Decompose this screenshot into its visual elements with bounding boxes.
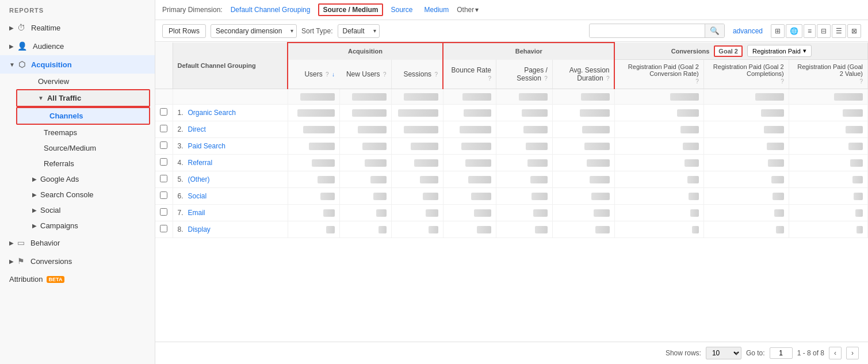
sort-type-select[interactable]: Default	[338, 24, 380, 38]
reg-rate-help-icon[interactable]: ?	[695, 78, 699, 85]
row-checkbox[interactable]	[160, 108, 167, 116]
advanced-link[interactable]: advanced	[733, 27, 763, 35]
users-help-icon[interactable]: ?	[326, 71, 329, 78]
sidebar-label-acquisition: Acquisition	[31, 60, 72, 69]
table-row: 7.Email	[155, 205, 868, 221]
sidebar-item-search-console[interactable]: ▶ Search Console	[12, 187, 155, 202]
pages-session-help-icon[interactable]: ?	[544, 75, 548, 82]
row-label-link[interactable]: (Other)	[188, 175, 210, 183]
blurred-value	[531, 193, 548, 200]
prev-page-button[interactable]: ‹	[829, 347, 842, 359]
view-icon-compare[interactable]: ⊟	[817, 24, 831, 38]
chevron-down-icon: ▾	[803, 47, 806, 55]
view-icon-custom[interactable]: ⊠	[847, 24, 861, 38]
sidebar-item-conversions[interactable]: ▶ ⚑ Conversions	[0, 252, 155, 270]
data-cell	[391, 171, 443, 188]
sidebar-item-google-ads[interactable]: ▶ Google Ads	[12, 171, 155, 187]
data-cell	[789, 205, 867, 221]
row-checkbox[interactable]	[160, 141, 167, 149]
show-rows-label: Show rows:	[666, 349, 701, 357]
sidebar-item-acquisition[interactable]: ▼ ⬡ Acquisition	[0, 55, 155, 74]
total-row	[155, 89, 868, 105]
sidebar-item-behavior[interactable]: ▶ ▭ Behavior	[0, 233, 155, 252]
blurred-value	[464, 109, 491, 117]
source-link[interactable]: Source	[388, 5, 416, 15]
row-checkbox-cell	[155, 121, 173, 138]
blurred-value	[846, 126, 863, 133]
sidebar-item-overview[interactable]: Overview	[12, 74, 155, 89]
row-number: 8.	[178, 225, 183, 233]
row-checkbox[interactable]	[160, 175, 167, 182]
medium-link[interactable]: Medium	[421, 5, 453, 15]
view-icon-pivot[interactable]: ☰	[832, 24, 846, 38]
sidebar-item-social[interactable]: ▶ Social	[12, 202, 155, 218]
blurred-value	[683, 143, 699, 150]
search-input[interactable]	[590, 25, 705, 37]
plot-rows-button[interactable]: Plot Rows	[162, 24, 206, 38]
data-cell	[703, 155, 789, 171]
row-checkbox[interactable]	[160, 191, 167, 199]
sessions-help-icon[interactable]: ?	[434, 71, 438, 78]
sidebar-item-treemaps[interactable]: Treemaps	[12, 125, 155, 140]
data-cell	[443, 188, 496, 205]
sort-type-wrap[interactable]: Default	[338, 24, 380, 38]
row-label-link[interactable]: Referral	[188, 159, 213, 167]
sidebar-label-social: Social	[40, 206, 60, 214]
blurred-value	[535, 226, 548, 233]
show-rows-wrap[interactable]: 10	[706, 347, 741, 359]
go-to-input[interactable]: 1	[770, 347, 793, 359]
view-icons: ⊞ 🌐 ≡ ⊟ ☰ ⊠	[771, 24, 861, 38]
reg-completions-help-icon[interactable]: ?	[781, 78, 784, 85]
row-checkbox[interactable]	[160, 208, 167, 216]
primary-dimension-label: Primary Dimension:	[162, 6, 223, 14]
sidebar-item-campaigns[interactable]: ▶ Campaigns	[12, 218, 155, 233]
reg-value-help-icon[interactable]: ?	[859, 78, 863, 85]
search-button[interactable]: 🔍	[705, 24, 724, 37]
new-users-help-icon[interactable]: ?	[383, 71, 387, 78]
arrow-social: ▶	[32, 207, 37, 213]
source-medium-link[interactable]: Source / Medium	[318, 3, 383, 16]
row-checkbox[interactable]	[160, 158, 167, 166]
blurred-value	[764, 126, 784, 133]
row-label-link[interactable]: Direct	[188, 125, 206, 133]
row-label-link[interactable]: Paid Search	[188, 142, 225, 150]
next-page-button[interactable]: ›	[846, 347, 859, 359]
secondary-dimension-wrap[interactable]: Secondary dimension	[211, 24, 297, 38]
goal-dropdown-button[interactable]: Registration Paid ▾	[747, 45, 812, 57]
row-checkbox[interactable]	[160, 225, 167, 232]
sidebar-item-realtime[interactable]: ▶ ⏱ Realtime	[0, 18, 155, 37]
sidebar-item-audience[interactable]: ▶ 👤 Audience	[0, 37, 155, 55]
row-checkbox[interactable]	[160, 125, 167, 132]
other-dropdown[interactable]: Other ▾	[457, 6, 479, 14]
data-cell	[288, 138, 339, 155]
row-label-link[interactable]: Organic Search	[188, 109, 236, 117]
view-icon-list[interactable]: ≡	[804, 24, 816, 38]
users-sort-icon[interactable]: ↓	[332, 71, 335, 78]
blurred-value	[771, 176, 784, 183]
data-cell	[789, 105, 867, 121]
blurred-value	[767, 143, 784, 150]
view-icon-pie[interactable]: 🌐	[786, 24, 802, 38]
row-label-link[interactable]: Social	[188, 192, 207, 200]
total-sessions-cell	[391, 89, 443, 105]
data-cell	[443, 121, 496, 138]
row-label-link[interactable]: Display	[188, 225, 211, 233]
secondary-dimension-select[interactable]: Secondary dimension	[211, 24, 297, 38]
sidebar-item-attribution[interactable]: Attribution BETA	[0, 270, 155, 288]
avg-session-help-icon[interactable]: ?	[606, 75, 610, 82]
blurred-value	[370, 176, 387, 183]
arrow-google-ads: ▶	[32, 176, 37, 182]
sidebar-item-referrals[interactable]: Referrals	[12, 156, 155, 171]
expand-icon-audience: ▶	[9, 43, 14, 49]
sidebar-item-source-medium[interactable]: Source/Medium	[12, 140, 155, 156]
row-label-link[interactable]: Email	[188, 209, 205, 217]
show-rows-select[interactable]: 10	[706, 347, 741, 359]
blurred-value	[530, 176, 548, 183]
data-cell	[391, 105, 443, 121]
data-cell	[789, 171, 867, 188]
bounce-rate-help-icon[interactable]: ?	[488, 75, 491, 82]
view-icon-grid[interactable]: ⊞	[771, 24, 785, 38]
default-channel-grouping-link[interactable]: Default Channel Grouping	[227, 5, 314, 15]
sidebar-item-channels[interactable]: Channels	[16, 107, 150, 125]
sidebar-item-all-traffic[interactable]: ▼ All Traffic	[16, 89, 150, 107]
